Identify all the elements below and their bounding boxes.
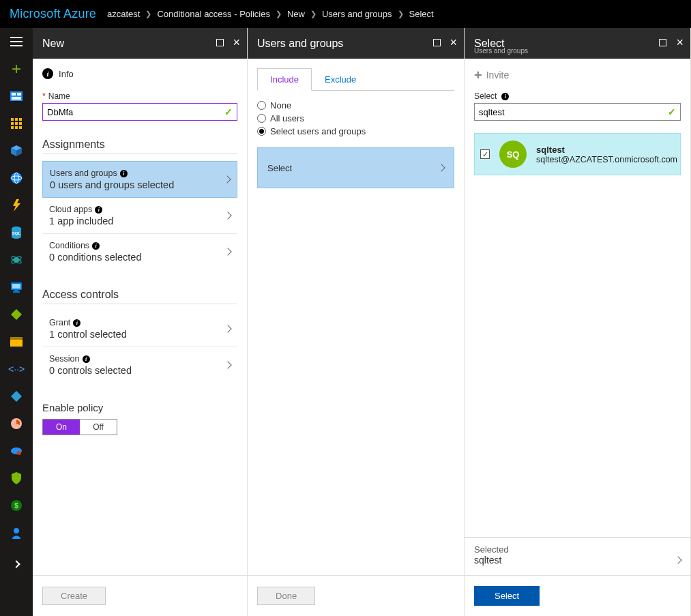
selected-item: sqltest [474, 555, 509, 566]
monitor-icon[interactable] [10, 417, 23, 430]
left-nav-rail: + SQL <··> $ [0, 28, 33, 616]
svg-point-37 [17, 451, 21, 455]
toggle-off[interactable]: Off [80, 420, 117, 435]
blade-select: Select Users and groups × + Invite Selec… [465, 28, 691, 616]
globe-icon[interactable] [10, 171, 23, 185]
advisor-icon[interactable] [10, 444, 23, 458]
chevron-right-icon [437, 164, 445, 171]
radio-select-users-groups[interactable]: Select users and groups [257, 126, 454, 136]
valid-check-icon: ✓ [668, 106, 676, 117]
assign-conditions[interactable]: Conditionsi 0 conditions selected [42, 234, 237, 269]
cube-icon[interactable] [10, 144, 23, 158]
breadcrumb-item[interactable]: Select [409, 9, 434, 19]
create-resource-icon[interactable]: + [10, 62, 23, 76]
svg-marker-31 [11, 309, 22, 320]
svg-marker-34 [11, 391, 22, 402]
info-icon: i [83, 355, 90, 363]
chevron-right-icon: ❯ [145, 10, 151, 18]
avatar: SQ [499, 141, 527, 168]
maximize-icon[interactable] [216, 39, 224, 46]
close-icon[interactable]: × [233, 36, 241, 48]
all-services-icon[interactable] [10, 117, 23, 130]
enable-policy-heading: Enable policy [42, 402, 237, 413]
info-button[interactable]: i Info [42, 68, 237, 79]
tab-include[interactable]: Include [257, 68, 312, 91]
svg-point-16 [11, 173, 22, 184]
name-label: *Name [42, 91, 237, 101]
access-session[interactable]: Sessioni 0 controls selected [42, 347, 237, 383]
name-input[interactable] [47, 107, 224, 117]
toggle-on[interactable]: On [43, 420, 80, 435]
svg-rect-12 [19, 126, 22, 129]
svg-rect-9 [19, 122, 22, 125]
azure-logo[interactable]: Microsoft Azure [10, 7, 96, 21]
assignments-heading: Assignments [42, 138, 237, 154]
blade-header-users-groups: Users and groups × [248, 28, 464, 59]
close-icon[interactable]: × [676, 36, 683, 48]
invite-button[interactable]: + Invite [474, 68, 681, 82]
blade-header-new: New × [33, 28, 247, 59]
access-grant[interactable]: Granti 1 control selected [42, 311, 237, 347]
done-button[interactable]: Done [257, 587, 315, 605]
maximize-icon[interactable] [433, 39, 441, 46]
access-controls-heading: Access controls [42, 289, 237, 304]
search-result-item[interactable]: ✓ SQ sqltest sqltest@AZCATEST.onmicrosof… [474, 133, 681, 175]
info-icon: i [120, 170, 128, 177]
svg-rect-6 [19, 118, 22, 121]
sql-database-icon[interactable]: SQL [10, 226, 23, 239]
select-search-input[interactable] [479, 107, 668, 117]
info-icon: i [501, 93, 509, 100]
name-input-wrap[interactable]: ✓ [42, 103, 237, 121]
maximize-icon[interactable] [659, 39, 666, 46]
chevron-right-icon: ❯ [276, 10, 282, 18]
info-icon: i [92, 242, 100, 250]
storage-icon[interactable] [10, 335, 23, 349]
include-exclude-tabs: Include Exclude [257, 68, 454, 91]
virtual-machines-icon[interactable] [10, 280, 23, 294]
close-icon[interactable]: × [450, 36, 458, 48]
breadcrumb-item[interactable]: Users and groups [322, 9, 392, 19]
virtual-network-icon[interactable]: <··> [10, 362, 23, 376]
cost-management-icon[interactable]: $ [10, 499, 23, 512]
svg-point-24 [14, 257, 19, 263]
dashboard-icon[interactable] [10, 89, 23, 103]
tab-exclude[interactable]: Exclude [312, 68, 369, 90]
svg-rect-2 [17, 93, 21, 96]
svg-rect-33 [10, 340, 23, 347]
assign-cloud-apps[interactable]: Cloud appsi 1 app included [42, 198, 237, 234]
svg-point-40 [14, 528, 19, 533]
help-support-icon[interactable] [10, 526, 23, 540]
result-name: sqltest [536, 145, 677, 155]
result-checkbox[interactable]: ✓ [480, 149, 490, 159]
info-icon: i [95, 206, 102, 214]
svg-rect-10 [11, 126, 14, 129]
assign-users-groups[interactable]: Users and groupsi 0 users and groups sel… [42, 161, 237, 198]
load-balancer-icon[interactable] [10, 308, 23, 321]
chevron-right-icon [223, 175, 231, 183]
svg-marker-19 [13, 199, 20, 211]
cosmos-db-icon[interactable] [10, 253, 23, 267]
select-search-label: Selecti [474, 91, 681, 101]
blade-title: New [42, 38, 64, 50]
expand-nav-icon[interactable] [10, 557, 23, 571]
azure-ad-icon[interactable] [10, 390, 23, 403]
security-center-icon[interactable] [10, 471, 23, 485]
blade-users-groups: Users and groups × Include Exclude None … [248, 28, 465, 616]
svg-rect-8 [15, 122, 18, 125]
select-users-card[interactable]: Select [257, 147, 454, 188]
create-button[interactable]: Create [42, 587, 106, 605]
svg-rect-30 [13, 291, 20, 293]
enable-policy-toggle[interactable]: On Off [42, 419, 117, 435]
breadcrumb-item[interactable]: New [287, 9, 305, 19]
select-button[interactable]: Select [474, 586, 540, 606]
breadcrumb-item[interactable]: Conditional access - Policies [157, 9, 269, 19]
select-search-wrap[interactable]: ✓ [474, 103, 681, 121]
radio-none[interactable]: None [257, 100, 454, 111]
breadcrumb-item[interactable]: azcatest [107, 9, 140, 19]
blade-title: Users and groups [257, 38, 343, 50]
radio-all-users[interactable]: All users [257, 113, 454, 123]
hamburger-icon[interactable] [10, 35, 23, 48]
svg-text:SQL: SQL [12, 231, 21, 235]
selected-panel[interactable]: Selected sqltest [465, 537, 690, 575]
functions-icon[interactable] [10, 199, 23, 212]
